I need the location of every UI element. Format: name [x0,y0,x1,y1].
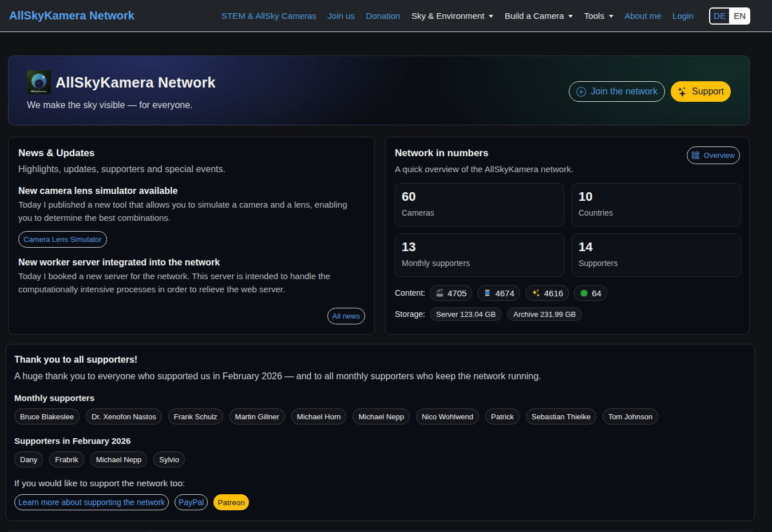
svg-text:AllSkyKamera: AllSkyKamera [31,90,47,93]
